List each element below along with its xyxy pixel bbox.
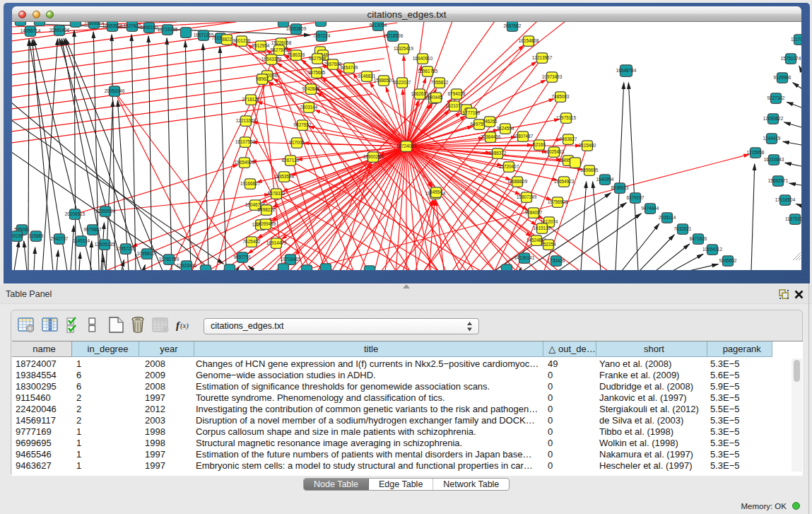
svg-text:12213369: 12213369 xyxy=(236,118,257,123)
svg-text:8878332: 8878332 xyxy=(268,191,286,196)
svg-text:16543382: 16543382 xyxy=(261,57,282,62)
svg-text:17359924: 17359924 xyxy=(95,209,116,214)
svg-text:9657791: 9657791 xyxy=(234,255,252,259)
svg-text:1117061: 1117061 xyxy=(791,37,801,42)
svg-text:12905135: 12905135 xyxy=(95,242,115,247)
svg-text:20053346: 20053346 xyxy=(105,88,125,93)
svg-text:8322037: 8322037 xyxy=(394,80,411,85)
svg-text:10688609: 10688609 xyxy=(507,179,528,184)
svg-text:12923446: 12923446 xyxy=(177,263,197,268)
svg-text:16640910: 16640910 xyxy=(413,56,433,61)
svg-text:14136141: 14136141 xyxy=(514,255,535,260)
svg-text:10807487: 10807487 xyxy=(513,134,534,139)
svg-text:84554: 84554 xyxy=(430,189,442,194)
svg-text:15751074: 15751074 xyxy=(781,56,801,61)
svg-text:19756928: 19756928 xyxy=(548,199,568,204)
svg-text:19654925: 19654925 xyxy=(235,160,255,165)
svg-text:16671355: 16671355 xyxy=(194,33,214,37)
svg-text:90445: 90445 xyxy=(430,95,442,100)
svg-text:(x): (x) xyxy=(180,322,189,330)
svg-text:10654112: 10654112 xyxy=(702,247,722,252)
svg-text:10653526: 10653526 xyxy=(102,23,123,28)
svg-text:18724007: 18724007 xyxy=(396,144,417,148)
svg-text:16782759: 16782759 xyxy=(159,257,180,262)
svg-text:10025433: 10025433 xyxy=(544,149,565,154)
svg-text:19716485: 19716485 xyxy=(281,257,301,262)
svg-text:20364436: 20364436 xyxy=(481,134,501,139)
svg-text:20691406: 20691406 xyxy=(49,28,70,33)
svg-text:11325419: 11325419 xyxy=(394,46,413,51)
svg-text:16107552: 16107552 xyxy=(235,139,256,144)
svg-text:16961755: 16961755 xyxy=(418,69,438,74)
svg-text:2867608: 2867608 xyxy=(324,62,342,66)
svg-text:12093822: 12093822 xyxy=(763,116,784,121)
svg-text:15900295: 15900295 xyxy=(363,154,384,159)
svg-text:917006: 917006 xyxy=(289,140,305,145)
svg-text:9227342: 9227342 xyxy=(767,95,785,100)
svg-text:5498222: 5498222 xyxy=(258,207,276,212)
svg-text:746266: 746266 xyxy=(482,119,498,124)
svg-text:8822: 8822 xyxy=(222,37,233,42)
svg-text:12975115: 12975115 xyxy=(556,115,576,120)
svg-text:1527602: 1527602 xyxy=(124,23,141,28)
svg-text:6794028: 6794028 xyxy=(448,91,466,96)
svg-text:39159: 39159 xyxy=(12,233,23,238)
svg-text:8186328: 8186328 xyxy=(288,52,305,57)
svg-text:8267130: 8267130 xyxy=(282,158,300,163)
svg-text:3624554: 3624554 xyxy=(497,126,514,131)
svg-text:14055714: 14055714 xyxy=(20,28,41,33)
svg-text:8912954: 8912954 xyxy=(252,43,270,48)
svg-text:9827508: 9827508 xyxy=(309,56,326,61)
svg-text:16210643: 16210643 xyxy=(764,157,784,162)
svg-text:19654923: 19654923 xyxy=(554,179,575,184)
svg-text:12213967: 12213967 xyxy=(532,55,553,60)
svg-text:10973493: 10973493 xyxy=(542,74,563,79)
svg-text:15218506: 15218506 xyxy=(383,33,404,38)
svg-text:16053809: 16053809 xyxy=(286,26,307,31)
svg-text:98962: 98962 xyxy=(256,76,269,81)
svg-text:16648784: 16648784 xyxy=(616,68,637,73)
svg-text:9245652: 9245652 xyxy=(719,258,737,263)
svg-text:11353594: 11353594 xyxy=(274,174,294,179)
svg-text:1615132: 1615132 xyxy=(534,226,551,230)
svg-text:9463627: 9463627 xyxy=(560,136,577,141)
svg-text:9975867: 9975867 xyxy=(84,227,102,232)
svg-text:16154808: 16154808 xyxy=(519,38,539,43)
svg-text:1145114: 1145114 xyxy=(73,238,90,243)
svg-text:2087682: 2087682 xyxy=(504,23,522,28)
svg-text:7485003: 7485003 xyxy=(552,94,570,99)
svg-text:115689: 115689 xyxy=(29,233,44,238)
svg-text:17957225: 17957225 xyxy=(116,246,136,251)
svg-text:15720407: 15720407 xyxy=(499,164,519,169)
svg-text:9601236: 9601236 xyxy=(233,38,251,43)
svg-text:15886520: 15886520 xyxy=(374,78,394,83)
svg-text:9777169: 9777169 xyxy=(463,110,481,115)
svg-text:17016504: 17016504 xyxy=(775,197,796,202)
svg-text:9515460: 9515460 xyxy=(579,143,596,148)
svg-text:15807249: 15807249 xyxy=(517,194,537,199)
svg-text:2935114: 2935114 xyxy=(659,215,676,220)
svg-text:10719155: 10719155 xyxy=(158,27,178,32)
svg-text:9474444: 9474444 xyxy=(642,206,659,211)
svg-text:7357224: 7357224 xyxy=(313,33,331,38)
svg-text:2942737: 2942737 xyxy=(51,236,69,241)
svg-text:9084067: 9084067 xyxy=(525,210,543,215)
svg-text:9129966: 9129966 xyxy=(774,75,792,80)
svg-text:1640954: 1640954 xyxy=(596,177,614,182)
svg-text:15692971: 15692971 xyxy=(768,178,789,183)
svg-text:20206515: 20206515 xyxy=(65,211,86,216)
svg-text:8454749: 8454749 xyxy=(341,65,358,70)
svg-text:19166827: 19166827 xyxy=(240,181,261,186)
svg-text:8938923: 8938923 xyxy=(611,185,629,190)
svg-text:7955812: 7955812 xyxy=(431,80,449,85)
svg-text:11675339: 11675339 xyxy=(785,216,801,221)
svg-text:19309514: 19309514 xyxy=(84,22,105,25)
svg-text:1244419: 1244419 xyxy=(763,136,781,141)
svg-text:7625402: 7625402 xyxy=(243,239,261,244)
svg-text:8471626: 8471626 xyxy=(690,236,707,241)
svg-text:6899695: 6899695 xyxy=(581,168,599,173)
svg-text:9427552: 9427552 xyxy=(294,122,312,127)
svg-text:8613054: 8613054 xyxy=(370,23,387,28)
svg-text:10958107: 10958107 xyxy=(137,251,158,256)
svg-text:252254: 252254 xyxy=(541,242,556,247)
